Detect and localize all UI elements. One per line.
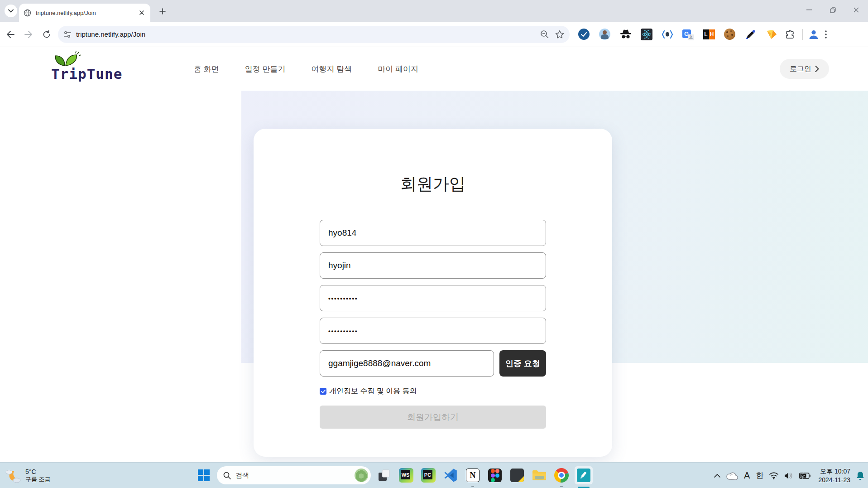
taskbar-app-pycharm[interactable]: PC xyxy=(419,466,437,484)
nav-item-home[interactable]: 홈 화면 xyxy=(194,64,219,74)
extension-incognito-icon[interactable] xyxy=(619,28,632,40)
site-header: TripTune 홈 화면 일정 만들기 여행지 탐색 마이 페이지 로그인 xyxy=(0,48,868,90)
extension-checkmark-icon[interactable] xyxy=(578,28,590,40)
taskbar-search-box[interactable]: 검색 xyxy=(217,466,371,484)
onedrive-cloud-icon[interactable] xyxy=(726,472,738,480)
notification-bell-icon[interactable] xyxy=(856,471,864,480)
login-button[interactable]: 로그인 xyxy=(780,59,829,79)
browser-menu-button[interactable] xyxy=(820,28,832,40)
chevron-right-icon xyxy=(815,66,819,72)
incognito-hat-icon xyxy=(620,29,632,39)
brackets-octopus-icon xyxy=(662,30,673,39)
extension-lighthouse-icon[interactable]: L H xyxy=(703,28,715,40)
task-view-button[interactable] xyxy=(375,466,393,484)
nav-item-my-page[interactable]: 마이 페이지 xyxy=(378,64,418,74)
taskbar-app-webstorm[interactable]: WS xyxy=(397,466,415,484)
ime-latin-indicator[interactable]: A xyxy=(744,470,750,481)
taskbar-app-file-explorer[interactable] xyxy=(530,466,548,484)
site-settings-icon xyxy=(63,31,72,38)
tab-close-button[interactable] xyxy=(138,9,146,17)
task-view-icon xyxy=(378,469,390,482)
site-logo-text: TripTune xyxy=(51,66,122,82)
request-verification-button[interactable]: 인증 요청 xyxy=(499,350,546,377)
running-indicator xyxy=(560,486,563,487)
battery-charging-icon[interactable] xyxy=(799,473,810,479)
extension-cookie-editor-icon[interactable] xyxy=(724,28,736,40)
system-tray: A 한 오후 10:07 2024-11-23 xyxy=(714,463,864,488)
url-text: triptune.netlify.app/Join xyxy=(76,30,536,38)
extension-google-translate-icon[interactable]: G 文 xyxy=(682,28,694,40)
back-button[interactable] xyxy=(3,27,18,42)
site-nav: 홈 화면 일정 만들기 여행지 탐색 마이 페이지 xyxy=(194,48,418,90)
consent-row: 개인정보 수집 및 이용 동의 xyxy=(320,387,546,396)
username-field[interactable] xyxy=(320,220,546,246)
toolbar-separator xyxy=(802,29,803,40)
profile-person-icon xyxy=(808,29,820,40)
reload-button[interactable] xyxy=(39,27,54,42)
signup-form: 인증 요청 개인정보 수집 및 이용 동의 회원가입하기 xyxy=(320,220,546,429)
figma-icon xyxy=(488,469,502,482)
taskbar-app-chrome[interactable] xyxy=(552,466,571,484)
weather-moon-clouds-icon xyxy=(5,468,22,483)
taskbar-search-placeholder: 검색 xyxy=(235,471,350,480)
window-close-button[interactable] xyxy=(844,0,868,20)
url-bar[interactable]: triptune.netlify.app/Join xyxy=(58,26,570,43)
reload-icon xyxy=(43,30,51,39)
taskbar-app-screenshot-active[interactable] xyxy=(575,466,593,484)
signup-title: 회원가입 xyxy=(254,173,612,195)
forward-button[interactable] xyxy=(21,27,36,42)
nav-item-create-schedule[interactable]: 일정 만들기 xyxy=(245,64,286,74)
extension-colorpicker-icon[interactable] xyxy=(744,28,757,40)
taskbar-app-notes[interactable] xyxy=(508,466,526,484)
wifi-icon[interactable] xyxy=(769,472,778,479)
profile-button[interactable] xyxy=(807,28,820,40)
browser-tabstrip: triptune.netlify.app/Join xyxy=(0,0,868,22)
window-controls xyxy=(797,0,868,20)
origami-fox-icon xyxy=(766,29,777,40)
email-field[interactable] xyxy=(320,350,494,377)
browser-tab[interactable]: triptune.netlify.app/Join xyxy=(19,4,150,22)
sticky-notes-icon xyxy=(510,469,524,482)
ime-korean-indicator[interactable]: 한 xyxy=(756,470,763,481)
password-confirm-field[interactable] xyxy=(320,318,546,344)
zoom-icon[interactable] xyxy=(540,30,549,39)
speaker-icon[interactable] xyxy=(784,472,793,479)
taskbar-app-vscode[interactable] xyxy=(441,466,460,484)
puzzle-icon xyxy=(785,29,795,39)
tab-list-chevron-button[interactable] xyxy=(5,5,17,17)
windows-taskbar: 5°C 구름 조금 검색 WS PC xyxy=(0,462,868,488)
taskbar-app-figma[interactable] xyxy=(486,466,504,484)
consent-label: 개인정보 수집 및 이용 동의 xyxy=(329,387,417,396)
forward-arrow-icon xyxy=(24,31,33,38)
window-restore-button[interactable] xyxy=(821,0,844,20)
search-icon xyxy=(223,472,231,479)
extension-avatar-icon[interactable] xyxy=(599,28,611,40)
vscode-icon xyxy=(444,469,457,482)
extension-fox-icon[interactable] xyxy=(765,28,777,40)
extension-octotree-icon[interactable] xyxy=(661,28,673,40)
close-icon xyxy=(854,7,859,13)
bookmark-star-icon[interactable] xyxy=(555,30,564,39)
new-tab-button[interactable] xyxy=(158,6,168,16)
browser-toolbar: triptune.netlify.app/Join xyxy=(0,22,868,47)
start-button[interactable] xyxy=(195,466,213,484)
taskbar-clock[interactable]: 오후 10:07 2024-11-23 xyxy=(818,467,850,483)
site-logo[interactable]: TripTune xyxy=(51,51,122,82)
clock-time: 오후 10:07 xyxy=(820,467,850,475)
login-label: 로그인 xyxy=(790,64,811,74)
restore-icon xyxy=(830,7,836,13)
nav-item-explore-destinations[interactable]: 여행지 탐색 xyxy=(311,64,352,74)
taskbar-weather-widget[interactable]: 5°C 구름 조금 xyxy=(5,463,51,488)
password-field[interactable] xyxy=(320,285,546,311)
signup-submit-button[interactable]: 회원가입하기 xyxy=(320,406,546,429)
page-content: 회원가입 인증 요청 개인정보 수집 및 이용 동의 회원가입하기 xyxy=(0,91,868,462)
consent-checkbox[interactable] xyxy=(320,388,326,395)
nickname-field[interactable] xyxy=(320,252,546,279)
extension-react-devtools-icon[interactable] xyxy=(640,28,652,40)
search-highlight-plant-icon xyxy=(355,469,368,482)
taskbar-app-notion[interactable]: N xyxy=(464,466,482,484)
tray-chevron-up-icon[interactable] xyxy=(714,474,720,478)
back-arrow-icon xyxy=(6,31,14,38)
extensions-puzzle-button[interactable] xyxy=(784,28,796,40)
window-minimize-button[interactable] xyxy=(797,0,821,20)
